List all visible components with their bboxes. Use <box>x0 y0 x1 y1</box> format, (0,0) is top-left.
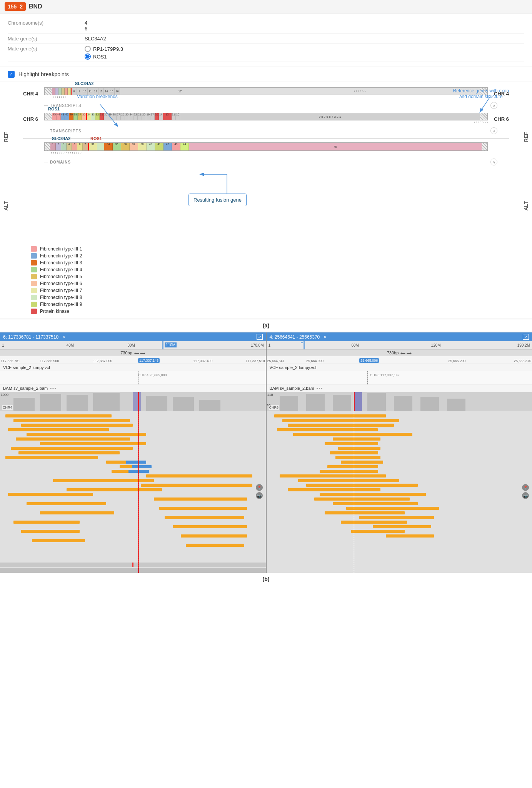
igv-location-icon-right[interactable]: 📍 <box>522 484 529 491</box>
radio-circle-ros1[interactable] <box>85 53 91 60</box>
chr4-arrows: › › › › › › <box>240 88 480 95</box>
chr6-track: CHR 6 ROS1 45 44 43 42 40 38 37 <box>23 113 509 125</box>
igv-bam-label-right: BAM sv_sample_2.bam ••• <box>267 385 532 392</box>
ros1-label-alt: ROS1 <box>90 136 102 141</box>
igv-camera-icon-right[interactable]: 📷 <box>522 492 529 499</box>
alt-ros1-38: 38 <box>138 143 147 150</box>
read-11-right <box>314 498 410 501</box>
domain-name-6: Fibronectin type-III 6 <box>40 281 82 286</box>
chr6-exon-10: 10 <box>176 113 180 120</box>
alt-ros1-36: 36 <box>121 143 130 150</box>
radio-circle-rp1[interactable] <box>85 46 91 52</box>
chr6-exon-43: 43 <box>61 113 65 120</box>
chr6-exon-32: 32 <box>95 113 100 120</box>
chr6-exon-14: 14 <box>159 113 163 120</box>
chr6-exon-44: 44 <box>57 113 61 120</box>
domain-color-7 <box>31 288 37 293</box>
highlight-checkbox[interactable] <box>8 71 15 78</box>
igv-chr-start-left: 1 <box>2 343 4 347</box>
chr6-exon-21: 21 <box>138 113 142 120</box>
alt-ros1-34: 34 <box>104 143 113 150</box>
read-5-right <box>293 433 413 436</box>
read-12-right <box>333 502 418 505</box>
domain-name-2: Fibronectin type-III 2 <box>40 253 82 259</box>
chr4-exon-6 <box>65 88 68 95</box>
chr6-exon-37: 37 <box>78 113 82 120</box>
igv-vcf-text-right: VCF sample_2-lumpy.vcf <box>270 365 317 370</box>
read-3-left <box>21 424 133 427</box>
alt-exon-7: 7 <box>83 143 88 150</box>
igv-header-left: 6: 117336781 - 117337510 × ⤢ <box>0 332 266 341</box>
igv-vcf-track-right: CHR6:117,337,147 <box>267 371 532 385</box>
domain-color-pk <box>31 309 37 314</box>
cov-bar-7-right <box>420 397 439 411</box>
read-7-right <box>298 479 399 482</box>
igv-bp-left: 730bp ⟵ ⟶ <box>0 350 266 356</box>
igv-ruler-right: 25,664,641 25,664.900 25,665.006 25,665.… <box>267 356 532 364</box>
igv-chr-indicator-label-right <box>301 342 303 343</box>
igv-camera-icon-left[interactable]: 📷 <box>256 492 263 499</box>
domain-item-3: Fibronectin type-III 3 <box>31 259 524 266</box>
radio-label-ros1: ROS1 <box>93 54 107 60</box>
igv-panel-right: 4: 25664641 - 25665370 × ⤢ 1 60M 120M 19… <box>267 332 532 573</box>
igv-bam-dots-left[interactable]: ••• <box>50 386 57 391</box>
igv-bottom-bar2-left <box>0 568 266 573</box>
domain-item-7: Fibronectin type-III 7 <box>31 287 524 294</box>
radio-item-ros1[interactable]: ROS1 <box>85 53 524 60</box>
domain-name-5: Fibronectin type-III 5 <box>40 274 82 279</box>
alt-ros1-41: 41 <box>155 143 163 150</box>
alt-ros1-40: 40 <box>147 143 155 150</box>
igv-chr6-label-right: CHR6 <box>269 405 280 410</box>
radio-item-rp1[interactable]: RP1-179P9.3 <box>85 46 524 52</box>
read-21-left <box>13 521 80 524</box>
chr6-exon-25: 25 <box>125 113 129 120</box>
domain-color-5 <box>31 274 37 279</box>
igv-pos-5-left: 117,337,510 <box>245 359 265 363</box>
domain-color-2 <box>31 253 37 259</box>
igv-close-right[interactable]: × <box>324 334 326 340</box>
cov-bar-5-right <box>367 393 386 411</box>
chr6-label: CHR 6 <box>23 116 44 122</box>
domains-toggle[interactable]: ∨ <box>490 159 497 165</box>
read-mc-5-right <box>335 456 380 459</box>
domains-title: DOMAINS <box>50 160 71 164</box>
igv-chr-60m-right: 60M <box>351 343 359 347</box>
igv-region-indicator-left <box>162 341 163 349</box>
domain-color-9 <box>31 302 37 307</box>
igv-location-icon-left[interactable]: 📍 <box>256 484 263 491</box>
igv-chr-120m-right: 120M <box>431 343 441 347</box>
igv-close-left[interactable]: × <box>62 334 65 340</box>
read-1-left <box>5 414 112 417</box>
read-mc-7-right <box>327 465 378 468</box>
igv-expand-left: ⤢ <box>257 334 263 340</box>
igv-bam-dots-right[interactable]: ••• <box>317 386 324 391</box>
alt-breakpoint <box>88 143 89 150</box>
read-4-left <box>8 428 109 431</box>
chr4-transcripts-bar: — TRANSCRIPTS ∧ <box>23 101 509 110</box>
chr4-transcripts-toggle[interactable]: ∧ <box>490 102 497 109</box>
igv-pos-3-left: 117,337,000 <box>93 359 112 363</box>
igv-reads-right: 📍 📷 <box>267 411 532 573</box>
chr6-transcripts-toggle[interactable]: ∧ <box>490 127 497 134</box>
igv-expand-icon-left[interactable]: ⤢ <box>257 334 263 340</box>
chr6-exon-30: 30 <box>104 113 108 120</box>
page-container: 155_2 BND Chromosome(s) 46 Mate gene(s) … <box>0 0 532 585</box>
read-mc-2-left <box>120 465 152 468</box>
alt-ros1-43: 43 <box>172 143 180 150</box>
alt-spacer2 <box>97 143 104 150</box>
igv-pos-highlight-left: 117,337.145 <box>138 358 160 363</box>
read-23-left <box>21 530 80 533</box>
igv-coverage-left: 1000 CHR4 <box>0 392 266 411</box>
igv-pos-5-right: 25,665.370 <box>514 359 531 363</box>
cov-bar-2-right <box>306 394 325 411</box>
read-14-right <box>325 511 404 514</box>
igv-bam-text-left: BAM sv_sample_2.bam <box>3 386 48 391</box>
alt-label-right: ALT <box>523 201 529 210</box>
read-mc-3-right <box>338 447 380 450</box>
igv-expand-icon-right[interactable]: ⤢ <box>523 334 529 340</box>
domains-section: Fibronectin type-III 1 Fibronectin type-… <box>0 244 532 319</box>
alt-ros1-42: 42 <box>163 143 172 150</box>
igv-region-indicator-right <box>304 341 305 349</box>
chr6-small-exons: 9 8 7 6 5 4 3 2 1 <box>180 113 480 120</box>
resulting-fusion-text: Resulting fusion gene <box>193 197 242 203</box>
